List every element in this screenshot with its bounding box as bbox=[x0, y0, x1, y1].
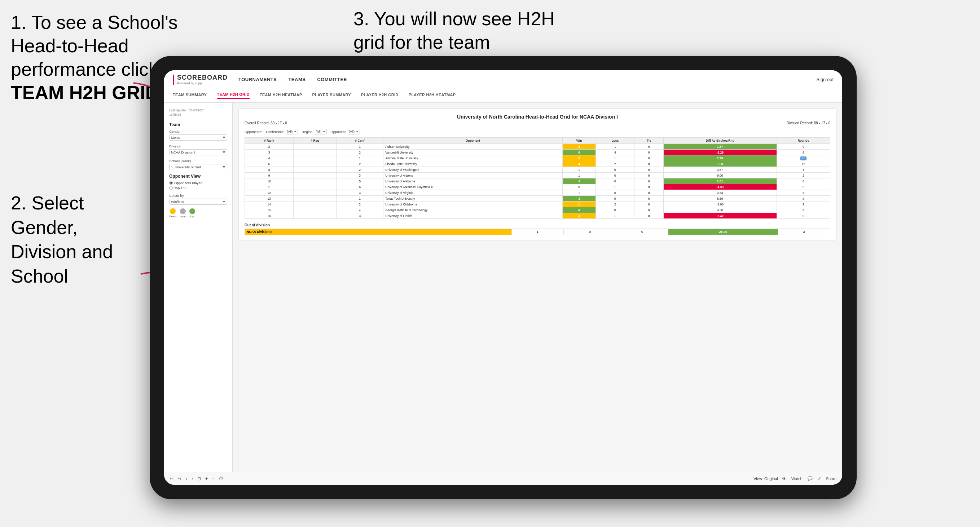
cell-rounds: 3 bbox=[776, 184, 830, 190]
cell-reg bbox=[294, 196, 337, 202]
cell-opponent: Georgia Institute of Technology bbox=[383, 207, 563, 213]
cell-diff: -4.33 bbox=[663, 184, 776, 190]
radio-top100-circle bbox=[169, 186, 173, 190]
tab-player-summary[interactable]: PLAYER SUMMARY bbox=[312, 93, 351, 98]
out-division-loss: 0 bbox=[564, 229, 616, 235]
cell-reg bbox=[294, 161, 337, 167]
cell-tie: 0 bbox=[635, 207, 663, 213]
sidebar-colour-by-control: Colour by Win/loss bbox=[169, 194, 227, 205]
nav-items: TOURNAMENTS TEAMS COMMITTEE bbox=[239, 77, 347, 82]
cell-rank: 12 bbox=[245, 190, 294, 196]
tab-team-h2h-heatmap[interactable]: TEAM H2H HEATMAP bbox=[260, 93, 302, 98]
cell-diff: 2.33 bbox=[663, 190, 776, 196]
table-row: 8 2 University of Washington 1 0 0 3.67 … bbox=[245, 167, 830, 173]
cell-tie: 0 bbox=[635, 196, 663, 202]
col-tie: Tie bbox=[635, 138, 663, 144]
cell-conf: 3 bbox=[337, 213, 383, 219]
cell-loss: 2 bbox=[596, 202, 635, 207]
view-label: View: Original bbox=[754, 476, 778, 481]
cell-conf: 4 bbox=[337, 207, 383, 213]
radio-opponents-played[interactable]: Opponents Played bbox=[169, 181, 227, 185]
cell-diff: 3.67 bbox=[663, 167, 776, 173]
cell-win: 4 bbox=[562, 161, 595, 167]
cell-loss: 1 bbox=[596, 156, 635, 161]
col-rounds: Rounds bbox=[776, 138, 830, 144]
filter-opponent: Opponent (All) bbox=[330, 129, 360, 135]
cell-loss: 0 bbox=[596, 173, 635, 178]
watch-button[interactable]: Watch bbox=[791, 476, 803, 481]
cell-diff: -1.00 bbox=[663, 202, 776, 207]
cell-conf: 1 bbox=[337, 156, 383, 161]
sidebar-division-select[interactable]: NCAA Division I bbox=[169, 149, 227, 156]
tab-player-h2h-heatmap[interactable]: PLAYER H2H HEATMAP bbox=[409, 93, 456, 98]
cell-tie: 0 bbox=[635, 184, 663, 190]
redo-button[interactable]: ↪ bbox=[178, 476, 181, 481]
nav-committee[interactable]: COMMITTEE bbox=[317, 77, 347, 82]
app-nav: SCOREBOARD Powered by clippi TOURNAMENTS… bbox=[164, 70, 842, 89]
cell-win: 1 bbox=[562, 167, 595, 173]
cell-reg bbox=[294, 213, 337, 219]
cell-rounds: 9 bbox=[776, 207, 830, 213]
cell-rounds: 8 bbox=[776, 178, 830, 184]
cell-win: 2 bbox=[562, 144, 595, 149]
cell-loss: 0 bbox=[596, 178, 635, 184]
cell-loss: 1 bbox=[596, 213, 635, 219]
cell-diff: 9.00 bbox=[663, 173, 776, 178]
zoom-in-button[interactable]: + bbox=[205, 476, 208, 481]
conference-select[interactable]: (All) bbox=[285, 129, 298, 135]
tab-player-h2h-grid[interactable]: PLAYER H2H GRID bbox=[361, 93, 399, 98]
region-select[interactable]: (All) bbox=[314, 129, 327, 135]
opponent-select[interactable]: (All) bbox=[347, 129, 360, 135]
sidebar-gender-select[interactable]: Men's bbox=[169, 135, 227, 141]
undo-button[interactable]: ↩ bbox=[170, 476, 173, 481]
zoom-dash-button[interactable]: − bbox=[212, 476, 215, 481]
radio-top100[interactable]: Top 100 bbox=[169, 186, 227, 190]
cell-diff: 1.67 bbox=[663, 144, 776, 149]
sidebar-school-select[interactable]: 1. University of Nort... bbox=[169, 164, 227, 170]
out-of-division-title: Out of division bbox=[245, 223, 830, 227]
share-button[interactable]: Share bbox=[826, 476, 837, 481]
comment-icon[interactable]: 💬 bbox=[808, 476, 813, 481]
toolbar-view: View: Original bbox=[754, 476, 778, 481]
nav-teams[interactable]: TEAMS bbox=[288, 77, 305, 82]
cell-rank: 3 bbox=[245, 149, 294, 156]
legend-down-label: Down bbox=[169, 215, 177, 218]
logo-bar bbox=[173, 75, 174, 85]
cell-opponent: Vanderbilt University bbox=[383, 149, 563, 156]
forward-button[interactable]: › bbox=[191, 476, 193, 481]
crop-button[interactable]: ⊡ bbox=[197, 476, 201, 481]
h2h-table: # Rank # Reg # Conf Opponent Win Loss Ti… bbox=[245, 137, 830, 219]
filters-row: Opponents: Conference (All) Region (All) bbox=[245, 129, 830, 135]
tab-team-summary[interactable]: TEAM SUMMARY bbox=[173, 93, 207, 98]
sidebar-timestamp: Last Updated: 27/03/2024 16:55:38 bbox=[169, 108, 227, 117]
cell-rounds: 9 bbox=[776, 213, 830, 219]
out-division-name: NCAA Division II bbox=[245, 229, 512, 235]
cell-rounds: 9 bbox=[776, 196, 830, 202]
instruction-2-text: 2. Select Gender,Division andSchool bbox=[11, 192, 113, 287]
table-row: 3 2 Vanderbilt University 0 4 0 -2.29 8 bbox=[245, 149, 830, 156]
cell-conf: 3 bbox=[337, 173, 383, 178]
sign-out-button[interactable]: Sign out bbox=[816, 77, 834, 82]
table-row: 16 3 University of Florida 3 1 0 -6.42 9 bbox=[245, 213, 830, 219]
cell-win: 1 bbox=[562, 190, 595, 196]
cell-opponent: University of Virginia bbox=[383, 190, 563, 196]
cell-loss: 1 bbox=[596, 144, 635, 149]
sidebar-colour-by-select[interactable]: Win/loss bbox=[169, 198, 227, 205]
cell-conf: 2 bbox=[337, 202, 383, 207]
tab-team-h2h-grid[interactable]: TEAM H2H GRID bbox=[217, 92, 250, 99]
cell-loss: 4 bbox=[596, 149, 635, 156]
cell-opponent: Florida State University bbox=[383, 161, 563, 167]
cell-reg bbox=[294, 156, 337, 161]
nav-tournaments[interactable]: TOURNAMENTS bbox=[239, 77, 277, 82]
grid-container: University of North Carolina Head-to-Hea… bbox=[239, 108, 837, 240]
fullscreen-icon[interactable]: ⤢ bbox=[818, 476, 821, 481]
cell-opponent: University of Washington bbox=[383, 167, 563, 173]
logo-text: SCOREBOARD bbox=[177, 74, 228, 81]
cell-conf: 5 bbox=[337, 178, 383, 184]
eye-icon: 👁 bbox=[782, 476, 786, 481]
cell-rank: 13 bbox=[245, 196, 294, 202]
cell-opponent: University of Alabama bbox=[383, 178, 563, 184]
tablet-screen: SCOREBOARD Powered by clippi TOURNAMENTS… bbox=[164, 70, 842, 485]
out-division-tie: 0 bbox=[616, 229, 668, 235]
back-button[interactable]: ‹ bbox=[186, 476, 187, 481]
